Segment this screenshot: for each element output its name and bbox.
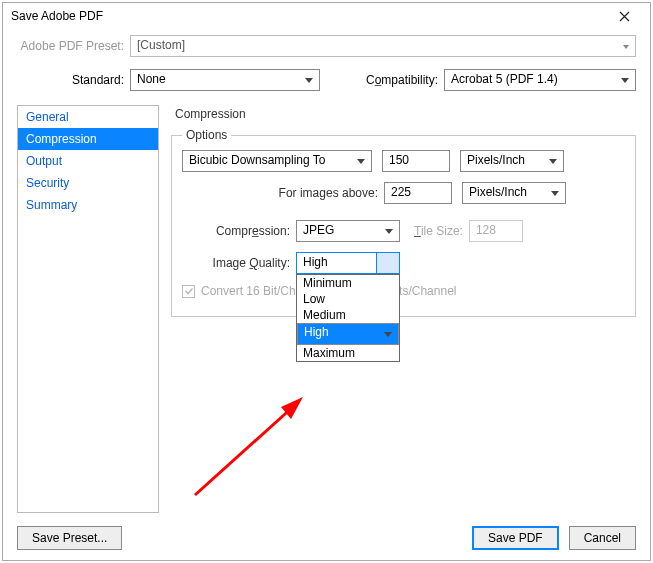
sidebar-item-summary[interactable]: Summary xyxy=(18,194,158,216)
compression-label: Compression: xyxy=(194,224,290,238)
compression-row: Compression: JPEG Tile Size: 128 xyxy=(182,220,625,242)
quality-label: Image Quality: xyxy=(204,256,290,270)
quality-option-low[interactable]: Low xyxy=(297,291,399,307)
cancel-button[interactable]: Cancel xyxy=(569,526,636,550)
tile-size-input: 128 xyxy=(469,220,523,242)
compression-select[interactable]: JPEG xyxy=(296,220,400,242)
above-unit-select[interactable]: Pixels/Inch xyxy=(462,182,566,204)
standard-label: Standard: xyxy=(17,73,124,87)
sidebar-item-general[interactable]: General xyxy=(18,106,158,128)
chevron-down-icon xyxy=(386,261,394,266)
sidebar-item-security[interactable]: Security xyxy=(18,172,158,194)
window-title: Save Adobe PDF xyxy=(11,9,604,23)
quality-option-maximum[interactable]: Maximum xyxy=(297,345,399,361)
save-preset-button[interactable]: Save Preset... xyxy=(17,526,122,550)
standard-value: None xyxy=(137,72,166,86)
quality-value: High xyxy=(303,255,328,269)
quality-option-high[interactable]: High xyxy=(297,323,399,345)
options-legend: Options xyxy=(182,128,231,142)
dialog: Save Adobe PDF Adobe PDF Preset: [Custom… xyxy=(2,2,651,561)
downsample-row: Bicubic Downsampling To 150 Pixels/Inch xyxy=(182,150,625,172)
compatibility-value: Acrobat 5 (PDF 1.4) xyxy=(451,72,558,86)
quality-dropdown[interactable]: Minimum Low Medium High Maximum xyxy=(296,274,400,362)
above-label: For images above: xyxy=(248,186,378,200)
quality-select[interactable]: High xyxy=(296,252,400,274)
sidebar: General Compression Output Security Summ… xyxy=(17,105,159,513)
preset-row: Adobe PDF Preset: [Custom] xyxy=(3,29,650,63)
downsample-value-input[interactable]: 150 xyxy=(382,150,450,172)
above-row: For images above: 225 Pixels/Inch xyxy=(182,182,625,204)
close-button[interactable] xyxy=(604,3,644,29)
preset-label: Adobe PDF Preset: xyxy=(17,39,124,53)
convert-16bit-checkbox xyxy=(182,285,195,298)
check-icon xyxy=(184,286,194,296)
svg-marker-1 xyxy=(281,397,303,419)
main-panel: Compression Options Bicubic Downsampling… xyxy=(171,105,636,513)
dialog-body: General Compression Output Security Summ… xyxy=(3,97,650,523)
standard-row: Standard: None Compatibility: Acrobat 5 … xyxy=(3,63,650,97)
preset-select[interactable]: [Custom] xyxy=(130,35,636,57)
downsample-method-select[interactable]: Bicubic Downsampling To xyxy=(182,150,372,172)
compatibility-label: Compatibility: xyxy=(350,73,438,87)
compatibility-select[interactable]: Acrobat 5 (PDF 1.4) xyxy=(444,69,636,91)
quality-option-medium[interactable]: Medium xyxy=(297,307,399,323)
annotation-arrow-icon xyxy=(185,385,315,505)
standard-select[interactable]: None xyxy=(130,69,320,91)
tile-size-label: Tile Size: xyxy=(414,224,463,238)
downsample-unit-select[interactable]: Pixels/Inch xyxy=(460,150,564,172)
svg-line-0 xyxy=(195,405,295,495)
save-pdf-button[interactable]: Save PDF xyxy=(472,526,559,550)
page-title: Compression xyxy=(171,105,636,131)
options-fieldset: Options Bicubic Downsampling To 150 Pixe… xyxy=(171,135,636,317)
convert-16bit-row: Convert 16 Bit/Channel Image to 8 Bits/C… xyxy=(182,284,625,298)
close-icon xyxy=(619,11,630,22)
sidebar-item-compression[interactable]: Compression xyxy=(18,128,158,150)
above-value-input[interactable]: 225 xyxy=(384,182,452,204)
quality-row: Image Quality: High Minimum Low Medium H… xyxy=(182,252,625,274)
titlebar: Save Adobe PDF xyxy=(3,3,650,29)
sidebar-item-output[interactable]: Output xyxy=(18,150,158,172)
footer: Save Preset... Save PDF Cancel xyxy=(17,526,636,550)
quality-option-minimum[interactable]: Minimum xyxy=(297,275,399,291)
preset-value: [Custom] xyxy=(137,38,185,52)
